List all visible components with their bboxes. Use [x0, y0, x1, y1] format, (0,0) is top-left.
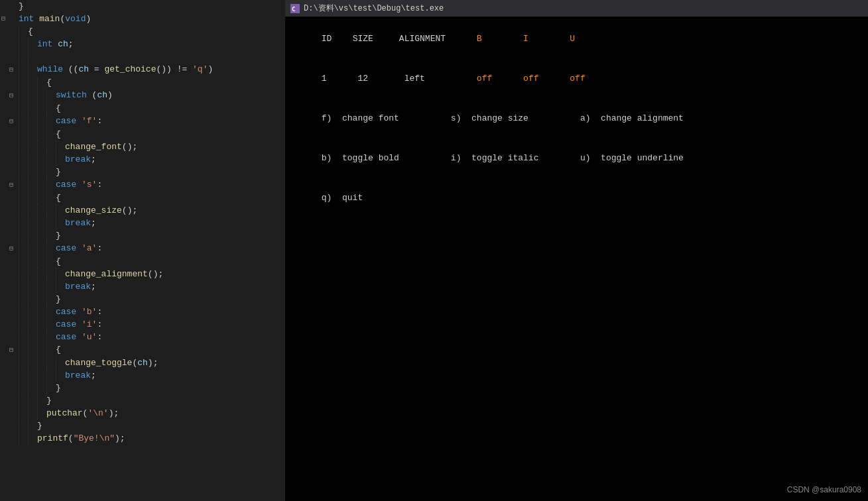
indent-guides [19, 306, 56, 318]
indent-guide-3 [37, 204, 46, 217]
code-line: ⊟ case 'a': [0, 242, 285, 255]
indent-guide-1 [19, 178, 28, 191]
indent-guide-2 [28, 419, 37, 432]
code-content: break; [65, 369, 285, 382]
indent-guide-1 [19, 432, 28, 445]
indent-guide-1 [19, 331, 28, 343]
indent-guide-5 [56, 369, 65, 382]
code-content: change_size(); [65, 204, 285, 217]
collapse-btn[interactable]: ⊟ [9, 347, 13, 354]
code-line: ⊟ switch (ch) [0, 89, 285, 102]
code-content: change_font(); [65, 140, 285, 153]
console-output[interactable]: ID SIZE ALIGNMENT B I U 1 12 left off of… [285, 17, 868, 501]
code-line: ⊟ case 'f': [0, 115, 285, 128]
indent-guide-3 [37, 268, 46, 280]
code-content: case 'f': [56, 115, 285, 127]
indent-guide-2 [28, 382, 37, 394]
collapse-btn[interactable]: ⊟ [9, 245, 13, 252]
indent-guide-2 [28, 140, 37, 153]
code-line: } [0, 293, 285, 306]
indent-guide-1 [19, 217, 28, 229]
collapse-btn[interactable]: ⊟ [0, 13, 8, 25]
code-content [37, 50, 285, 63]
indent-guide-2 [28, 153, 37, 166]
code-content: change_toggle(ch); [65, 357, 285, 369]
code-content: } [56, 293, 285, 306]
indent-guide-2 [28, 166, 37, 178]
indent-guide-2 [28, 331, 37, 343]
code-line: case 'b': [0, 306, 285, 318]
code-content: case 'a': [56, 242, 285, 254]
code-content: { [46, 76, 285, 89]
indent-guides [19, 140, 65, 153]
indent-guide-2 [28, 128, 37, 140]
indent-guides [19, 128, 56, 140]
indent-guide-2 [28, 217, 37, 229]
indent-guides [19, 369, 65, 382]
console-titlebar: C D:\资料\vs\test\Debug\test.exe [285, 0, 868, 17]
indent-guide-4 [46, 331, 56, 343]
indent-guides [19, 407, 46, 419]
indent-guides [19, 242, 56, 254]
indent-guide-1 [19, 102, 28, 115]
line-gutter: ⊟ [0, 242, 19, 255]
collapse-btn[interactable]: ⊟ [9, 92, 13, 99]
code-line [0, 50, 285, 63]
indent-guide-2 [28, 306, 37, 318]
indent-guide-1 [19, 394, 28, 407]
indent-guide-4 [46, 255, 56, 268]
indent-guides [19, 153, 65, 166]
code-line: } [0, 382, 285, 394]
code-content: case 'i': [56, 318, 285, 331]
indent-guide-4 [46, 192, 56, 204]
indent-guide-3 [37, 102, 46, 115]
indent-guide-1 [19, 369, 28, 382]
indent-guide-4 [46, 343, 56, 356]
indent-guide-4 [46, 268, 56, 280]
console-menu-row-2: b) toggle bold i) toggle italic u) toggl… [290, 139, 863, 178]
collapse-btn[interactable]: ⊟ [9, 66, 13, 74]
line-gutter: ⊟ [0, 13, 19, 25]
console-title: D:\资料\vs\test\Debug\test.exe [304, 3, 444, 14]
indent-guide-2 [28, 63, 37, 76]
indent-guides [19, 115, 56, 127]
indent-guide-4 [46, 306, 56, 318]
indent-guide-2 [28, 76, 37, 89]
console-quit-row: q) quit [290, 178, 863, 218]
indent-guides [19, 76, 46, 89]
code-line: ⊟ case 's': [0, 178, 285, 192]
line-gutter: ⊟ [0, 115, 19, 128]
collapse-btn[interactable]: ⊟ [9, 118, 13, 125]
code-content: int main(void) [19, 13, 285, 25]
indent-guide-2 [28, 369, 37, 382]
indent-guides [19, 166, 56, 178]
code-line: { [0, 76, 285, 89]
indent-guide-3 [37, 382, 46, 394]
indent-guide-3 [37, 407, 46, 419]
code-line: int ch; [0, 38, 285, 50]
indent-guide-1 [19, 306, 28, 318]
indent-guides [19, 318, 56, 331]
indent-guide-3 [37, 166, 46, 178]
indent-guide-2 [28, 357, 37, 369]
code-content: { [28, 25, 285, 38]
indent-guide-1 [19, 407, 28, 419]
code-line: change_alignment(); [0, 268, 285, 280]
code-content: } [19, 0, 285, 13]
indent-guides [19, 343, 56, 356]
indent-guide-1 [19, 166, 28, 178]
code-content: printf("Bye!\n"); [37, 432, 285, 445]
collapse-btn[interactable]: ⊟ [9, 182, 13, 189]
indent-guide-1 [19, 25, 28, 38]
indent-guides [19, 280, 65, 293]
indent-guide-2 [28, 343, 37, 356]
line-gutter: ⊟ [0, 63, 19, 76]
indent-guides [19, 63, 37, 76]
code-line: { [0, 192, 285, 204]
indent-guide-3 [37, 217, 46, 229]
code-content: break; [65, 153, 285, 166]
indent-guide-1 [19, 204, 28, 217]
indent-guide-1 [19, 343, 28, 356]
indent-guide-4 [46, 280, 56, 293]
indent-guide-4 [46, 229, 56, 242]
